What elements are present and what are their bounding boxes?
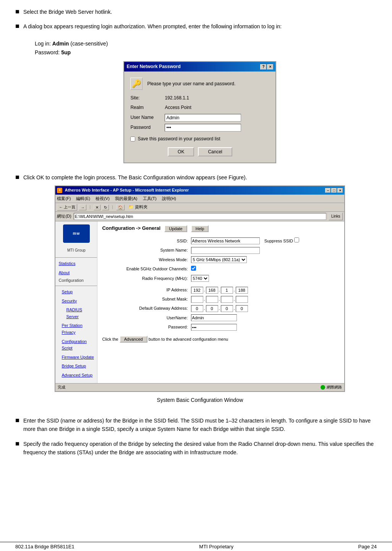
- sidebar-divider2: [55, 286, 97, 286]
- subnet-inputs: . . .: [191, 296, 339, 303]
- ie-close-button[interactable]: ×: [337, 188, 343, 193]
- site-value: 192.168.1.1: [165, 94, 189, 102]
- login-label: Log in:: [35, 41, 51, 47]
- ssid-value-cell: Suppress SSID: [190, 236, 340, 246]
- subnet-octet-1[interactable]: [191, 296, 203, 303]
- bullet-text-5: Specify the radio frequency operation of…: [23, 440, 377, 457]
- dialog-help-button[interactable]: ?: [260, 64, 266, 70]
- radio-freq-select[interactable]: 5740: [191, 275, 209, 282]
- ssid-row: SSID: Suppress SSID: [102, 236, 340, 246]
- folder-icon: 📁 資料夾: [128, 204, 147, 211]
- dialog-buttons: OK Cancel: [130, 147, 269, 156]
- gateway-octet-4[interactable]: [236, 305, 248, 312]
- ip-row: IP Address: . . .: [102, 286, 340, 295]
- gateway-octet-1[interactable]: [191, 305, 203, 312]
- ip-octet-2[interactable]: [206, 287, 218, 294]
- ie-body: mw MTI Group Statistics About Configurat…: [55, 221, 344, 383]
- forward-button[interactable]: →: [79, 205, 86, 210]
- ie-statusbar: 完成 網際網路: [55, 383, 344, 391]
- bullet-text-2: A dialog box appears requesting login au…: [23, 22, 377, 167]
- sidebar-item-per-station-privacy[interactable]: Per Station Privacy: [55, 321, 97, 337]
- sidebar-item-config-script[interactable]: Configuration Script: [55, 337, 97, 353]
- sidebar-item-security[interactable]: Security: [55, 297, 97, 306]
- save-password-checkbox[interactable]: [130, 137, 135, 141]
- bullet-item-3: ■ Click OK to complete the login process…: [15, 173, 377, 410]
- gateway-label: Default Gateway Address:: [102, 304, 189, 313]
- ie-maximize-button[interactable]: □: [331, 188, 337, 193]
- menu-view[interactable]: 檢視(V): [96, 195, 110, 202]
- menu-help[interactable]: 說明(H): [162, 195, 176, 202]
- refresh-button[interactable]: ↻: [102, 205, 109, 210]
- realm-label: Realm: [130, 104, 165, 111]
- dialog-realm-field: Realm Access Point: [130, 104, 269, 111]
- password-label: Password:: [35, 49, 60, 55]
- bullet-icon-3: ■: [15, 173, 19, 181]
- config-form-table: SSID: Suppress SSID System Name:: [102, 236, 340, 332]
- ssid-input[interactable]: [191, 237, 260, 244]
- ip-octet-1[interactable]: [191, 287, 203, 294]
- menu-edit[interactable]: 編輯(E): [76, 195, 90, 202]
- subnet-octet-3[interactable]: [221, 296, 233, 303]
- links-button[interactable]: Links: [329, 213, 343, 220]
- system-name-input[interactable]: [191, 247, 260, 254]
- sidebar-item-about[interactable]: About: [55, 268, 97, 278]
- sidebar-item-bridge-setup[interactable]: Bridge Setup: [55, 362, 97, 371]
- suppress-ssid-checkbox[interactable]: [294, 237, 299, 242]
- subnet-dot-1: .: [204, 296, 205, 303]
- home-button[interactable]: 🏠: [116, 205, 125, 210]
- help-button[interactable]: Help: [191, 225, 209, 232]
- dialog-titlebar: Enter Network Password ? ×: [124, 62, 275, 72]
- system-name-value-cell: [190, 246, 340, 255]
- gateway-octet-2[interactable]: [206, 305, 218, 312]
- sidebar-item-radius[interactable]: RADIUS Server: [55, 306, 97, 321]
- username-field-input[interactable]: [191, 314, 237, 321]
- ip-octet-4[interactable]: [236, 287, 248, 294]
- subnet-octet-4[interactable]: [236, 296, 248, 303]
- ie-minimize-button[interactable]: –: [325, 188, 330, 193]
- dialog-prompt: Please type your user name and password.: [147, 80, 235, 88]
- status-indicator: 網際網路: [321, 384, 342, 390]
- advanced-button[interactable]: Advanced: [120, 336, 147, 343]
- ip-inputs: . . .: [191, 287, 339, 294]
- dialog-close-button[interactable]: ×: [267, 64, 273, 70]
- sidebar-item-configuration[interactable]: Configuration: [55, 277, 86, 283]
- ip-value-cell: . . .: [190, 286, 340, 295]
- sidebar-item-setup[interactable]: Setup: [55, 288, 97, 297]
- dialog-content: 🔑 Please type your user name and passwor…: [124, 72, 275, 163]
- statusbar-right: 網際網路: [327, 384, 342, 390]
- username-input[interactable]: [165, 114, 241, 122]
- dialog-ok-button[interactable]: OK: [168, 147, 194, 156]
- mti-logo: mw: [63, 224, 90, 243]
- ie-sidebar: mw MTI Group Statistics About Configurat…: [55, 221, 97, 383]
- sidebar-item-statistics[interactable]: Statistics: [55, 259, 97, 268]
- ip-octet-3[interactable]: [221, 287, 233, 294]
- stop-button[interactable]: ✕: [94, 205, 100, 210]
- address-input[interactable]: [74, 213, 326, 220]
- outdoor-channels-checkbox[interactable]: [191, 266, 196, 271]
- caption-text: System Basic Configuration Window: [23, 396, 377, 404]
- update-button[interactable]: Update: [164, 225, 187, 232]
- menu-favorites[interactable]: 我的最愛(A): [115, 195, 138, 202]
- site-label: Site:: [130, 94, 165, 102]
- password-field-input[interactable]: [191, 324, 237, 331]
- dialog-title: Enter Network Password: [126, 63, 180, 70]
- subnet-octet-2[interactable]: [206, 296, 218, 303]
- menu-tools[interactable]: 工具(T): [143, 195, 157, 202]
- gateway-octet-3[interactable]: [221, 305, 233, 312]
- password-input[interactable]: [165, 124, 241, 132]
- ie-main: Configuration -> General Update Help SSI…: [97, 221, 344, 383]
- menu-file[interactable]: 檔案(F): [57, 195, 71, 202]
- suppress-ssid-label: Suppress SSID: [264, 239, 293, 243]
- address-label: 網址(D): [57, 213, 71, 220]
- system-name-label: System Name:: [102, 246, 189, 255]
- bullet-icon-1: ■: [15, 8, 19, 16]
- sidebar-item-advanced-setup[interactable]: Advanced Setup: [55, 371, 97, 380]
- wireless-mode-select[interactable]: 5 GHz 54Mbps (802.11a): [191, 256, 247, 263]
- back-button[interactable]: ← 上一頁: [57, 204, 77, 211]
- sidebar-item-firmware[interactable]: Firmware Update: [55, 353, 97, 362]
- gateway-inputs: . . .: [191, 305, 339, 312]
- login-info: Log in: Admin (case-sensitive) Password:…: [35, 39, 377, 57]
- dialog-key-icon: 🔑: [130, 78, 143, 90]
- dialog-password-field: Password: [130, 124, 269, 132]
- dialog-cancel-button[interactable]: Cancel: [198, 147, 232, 156]
